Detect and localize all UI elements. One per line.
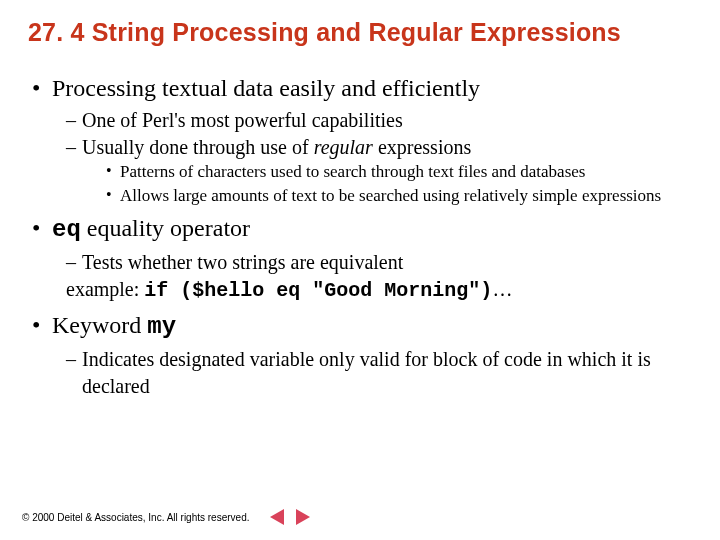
b1s2-a: Usually done through use of: [82, 136, 314, 158]
bullet-2-sub-1: Tests whether two strings are equivalent: [66, 249, 692, 276]
example-tail: …: [492, 278, 512, 300]
copyright-text: © 2000 Deitel & Associates, Inc. All rig…: [22, 512, 249, 523]
triangle-left-icon: [270, 509, 284, 525]
bullet-2-code: eq: [52, 216, 81, 243]
bullet-2-example: example: if ($hello eq "Good Morning")…: [66, 276, 692, 304]
bullet-3-code: my: [147, 313, 176, 340]
bullet-1-text: Processing textual data easily and effic…: [52, 75, 480, 101]
example-code: if ($hello eq "Good Morning"): [144, 279, 492, 302]
bullet-1-sub-2: Usually done through use of regular expr…: [66, 134, 692, 161]
b1s2-c: expressions: [373, 136, 471, 158]
bullet-3-sub-1-text: Indicates designated variable only valid…: [82, 348, 651, 397]
bullet-2: eq equality operator: [28, 213, 692, 245]
b1s2s2-text: Allows large amounts of text to be searc…: [120, 186, 661, 205]
bullet-2-rest: equality operator: [81, 215, 250, 241]
bullet-3: Keyword my: [28, 310, 692, 342]
slide-body: 27. 4 String Processing and Regular Expr…: [0, 0, 720, 412]
bullet-1-sub-2-sub-2: Allows large amounts of text to be searc…: [106, 185, 692, 207]
b1s2s1-text: Patterns of characters used to search th…: [120, 162, 585, 181]
next-button[interactable]: [293, 508, 313, 526]
bullet-3-sub-1: Indicates designated variable only valid…: [66, 346, 692, 400]
bullet-3-pre: Keyword: [52, 312, 147, 338]
slide-footer: © 2000 Deitel & Associates, Inc. All rig…: [22, 508, 313, 526]
slide-title: 27. 4 String Processing and Regular Expr…: [28, 18, 692, 47]
bullet-2-sub-1-text: Tests whether two strings are equivalent: [82, 251, 403, 273]
bullet-1-sub-1: One of Perl's most powerful capabilities: [66, 107, 692, 134]
bullet-1-sub-1-text: One of Perl's most powerful capabilities: [82, 109, 403, 131]
triangle-right-icon: [296, 509, 310, 525]
b1s2-b: regular: [314, 136, 373, 158]
prev-button[interactable]: [267, 508, 287, 526]
bullet-list: Processing textual data easily and effic…: [28, 73, 692, 400]
bullet-1-sub-2-sub-1: Patterns of characters used to search th…: [106, 161, 692, 183]
bullet-1: Processing textual data easily and effic…: [28, 73, 692, 103]
example-label: example:: [66, 278, 144, 300]
nav-buttons: [267, 508, 313, 526]
